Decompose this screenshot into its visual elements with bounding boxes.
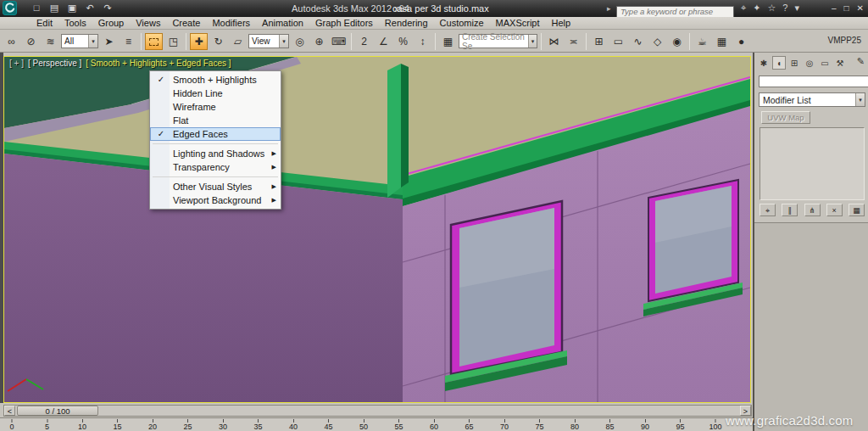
time-slider[interactable]: 0 / 100 <box>17 406 98 416</box>
select-and-rotate-button[interactable]: ↻ <box>209 33 227 50</box>
new-file-icon[interactable]: □ <box>31 2 42 14</box>
menu-item-transparency[interactable]: Transparency▶ <box>150 160 281 174</box>
save-file-icon[interactable]: ▣ <box>66 2 78 14</box>
select-by-name-button[interactable]: ≡ <box>120 33 137 50</box>
search-input[interactable] <box>616 6 734 18</box>
window-crossing-toggle[interactable]: ◳ <box>164 33 182 50</box>
snap-toggle-button[interactable]: 2 <box>355 33 373 50</box>
chevron-down-icon[interactable]: ▾ <box>279 35 288 48</box>
render-setup-button[interactable]: ☕ <box>693 33 711 50</box>
timeline-tick-30[interactable]: 30 <box>219 419 227 431</box>
close-button[interactable]: ✕ <box>857 2 864 14</box>
timeline-tick-85[interactable]: 85 <box>605 419 614 431</box>
material-editor-button[interactable]: ◉ <box>668 33 686 50</box>
menu-graph-editors[interactable]: Graph Editors <box>309 17 379 30</box>
redo-icon[interactable]: ↷ <box>102 2 114 14</box>
select-and-scale-button[interactable]: ▱ <box>229 33 247 50</box>
pen-icon[interactable]: ✎ <box>857 56 865 67</box>
timeline-tick-80[interactable]: 80 <box>570 419 579 431</box>
menu-maxscript[interactable]: MAXScript <box>490 17 546 30</box>
timeline-tick-15[interactable]: 15 <box>113 419 121 431</box>
edit-named-selection-sets-button[interactable]: ▦ <box>439 33 457 50</box>
use-pivot-point-button[interactable]: ◎ <box>291 33 309 50</box>
modifier-list-dropdown[interactable]: Modifier List ▾ <box>759 92 865 107</box>
align-button[interactable]: ≍ <box>565 33 582 50</box>
undo-icon[interactable]: ↶ <box>84 2 96 14</box>
select-and-manipulate-button[interactable]: ⊕ <box>310 33 328 50</box>
select-object-button[interactable]: ➤ <box>100 33 118 50</box>
modifier-stack-list[interactable] <box>760 127 865 200</box>
tab-modify[interactable]: ◖ <box>772 56 786 70</box>
timeline-tick-35[interactable]: 35 <box>253 419 262 431</box>
tab-motion[interactable]: ◎ <box>803 56 816 70</box>
rendered-frame-window-button[interactable]: ▦ <box>713 33 731 50</box>
curve-editor-button[interactable]: ∿ <box>629 33 647 50</box>
minimize-button[interactable]: – <box>832 2 837 14</box>
favorites-star-icon[interactable]: ☆ <box>767 2 776 14</box>
viewport-shading-menu[interactable]: [ Smooth + Highlights + Edged Faces ] <box>86 59 231 68</box>
show-end-result-button[interactable]: ∥ <box>782 204 798 216</box>
menu-item-wireframe[interactable]: Wireframe <box>150 100 281 114</box>
tab-utilities[interactable]: ⚒ <box>833 56 847 70</box>
menu-group[interactable]: Group <box>92 17 131 30</box>
timeline-tick-20[interactable]: 20 <box>148 419 157 431</box>
remove-modifier-button[interactable]: × <box>826 204 843 216</box>
tab-display[interactable]: ▭ <box>818 56 832 70</box>
spinner-snap-button[interactable]: ↕ <box>414 33 431 50</box>
menu-item-viewport-background[interactable]: Viewport Background▶ <box>150 193 281 207</box>
corner-board-side[interactable] <box>401 64 409 188</box>
search-go-icon[interactable]: ⌖ <box>741 2 746 14</box>
trackbar-prev-button[interactable]: < <box>4 406 15 416</box>
menu-rendering[interactable]: Rendering <box>379 17 434 30</box>
selection-region-button[interactable] <box>145 33 163 50</box>
render-production-button[interactable]: ● <box>732 33 750 50</box>
select-and-link-button[interactable]: ∞ <box>3 33 20 50</box>
schematic-view-button[interactable]: ◇ <box>648 33 666 50</box>
tab-create[interactable]: ✱ <box>757 56 771 70</box>
timeline-tick-10[interactable]: 10 <box>78 419 86 431</box>
timeline-tick-25[interactable]: 25 <box>183 419 192 431</box>
layer-manager-button[interactable]: ⊞ <box>590 33 608 50</box>
uvw-map-button[interactable]: UVW Map <box>761 111 810 124</box>
tab-hierarchy[interactable]: ⊞ <box>787 56 801 70</box>
menu-item-smooth-highlights[interactable]: ✓Smooth + Highlights <box>150 73 281 87</box>
chevron-down-icon[interactable]: ▾ <box>88 35 97 48</box>
open-file-icon[interactable]: ▤ <box>48 2 60 14</box>
menu-customize[interactable]: Customize <box>434 17 490 30</box>
perspective-viewport[interactable]: [ + ][ Perspective ][ Smooth + Highlight… <box>3 56 751 403</box>
percent-snap-button[interactable]: % <box>394 33 412 50</box>
corner-board-front[interactable] <box>387 64 401 198</box>
timeline-tick-90[interactable]: 90 <box>641 419 649 431</box>
menu-help[interactable]: Help <box>546 17 577 30</box>
configure-modifier-sets-button[interactable]: ▦ <box>849 204 865 216</box>
pin-stack-button[interactable]: ⌖ <box>760 204 776 216</box>
timeline-tick-60[interactable]: 60 <box>430 419 438 431</box>
reference-coordinate-dropdown[interactable]: View▾ <box>248 34 289 48</box>
menu-animation[interactable]: Animation <box>256 17 309 30</box>
ribbon-toggle-button[interactable]: ▭ <box>609 33 627 50</box>
menu-edit[interactable]: Edit <box>31 17 58 30</box>
menu-create[interactable]: Create <box>166 17 206 30</box>
menu-views[interactable]: Views <box>130 17 166 30</box>
bind-to-space-warp-button[interactable]: ≋ <box>42 33 59 50</box>
named-selection-sets-dropdown[interactable]: Create Selection Se▾ <box>459 34 537 48</box>
timeline-tick-95[interactable]: 95 <box>676 419 684 431</box>
viewport-pov-menu[interactable]: [ Perspective ] <box>28 59 81 68</box>
menu-item-flat[interactable]: Flat <box>150 114 281 127</box>
timeline-tick-50[interactable]: 50 <box>359 419 368 431</box>
menu-item-lighting-and-shadows[interactable]: Lighting and Shadows▶ <box>150 147 281 160</box>
menu-tools[interactable]: Tools <box>58 17 92 30</box>
chevron-down-icon[interactable]: ▾ <box>528 35 537 48</box>
timeline-tick-45[interactable]: 45 <box>324 419 332 431</box>
timeline-tick-40[interactable]: 40 <box>289 419 298 431</box>
timeline-tick-0[interactable]: 0 <box>9 419 14 431</box>
help-dropdown-icon[interactable]: ▾ <box>794 2 799 14</box>
menu-item-other-visual-styles[interactable]: Other Visual Styles▶ <box>150 180 281 193</box>
timeline-tick-65[interactable]: 65 <box>465 419 473 431</box>
angle-snap-button[interactable]: ∠ <box>375 33 392 50</box>
keyboard-shortcut-override-button[interactable]: ⌨ <box>330 33 348 50</box>
timeline-tick-100[interactable]: 100 <box>709 419 721 431</box>
timeline-tick-75[interactable]: 75 <box>535 419 543 431</box>
select-and-move-button[interactable]: ✚ <box>190 33 208 50</box>
timeline-tick-5[interactable]: 5 <box>45 419 49 431</box>
